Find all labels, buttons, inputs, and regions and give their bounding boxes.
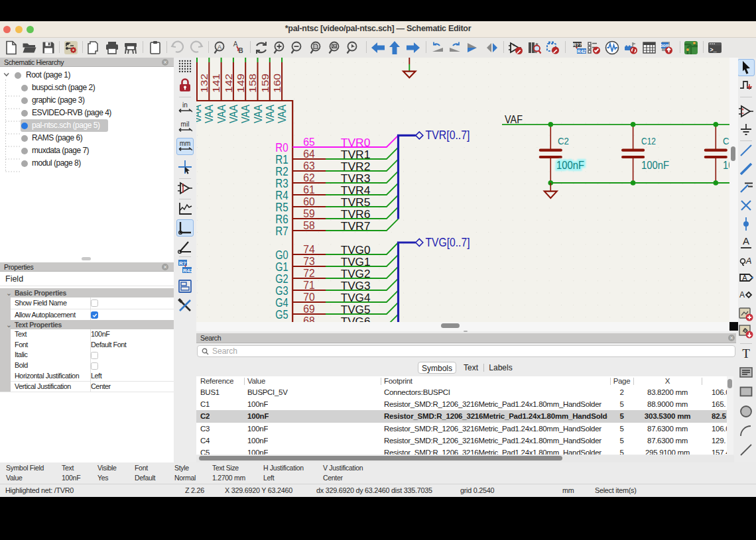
svg-text:142: 142: [223, 74, 234, 93]
svg-text:VAA: VAA: [216, 105, 227, 123]
svg-text:TVR2: TVR2: [341, 160, 371, 173]
svg-text:R1: R1: [275, 153, 288, 166]
svg-text:TVR1: TVR1: [341, 148, 371, 161]
svg-text:R5: R5: [275, 201, 288, 214]
svg-text:TVG1: TVG1: [341, 256, 371, 268]
svg-text:71: 71: [303, 279, 315, 292]
svg-text:C12: C12: [641, 135, 656, 146]
svg-text:mm: mm: [180, 140, 191, 147]
svg-text:64: 64: [303, 148, 315, 160]
svg-text:A: A: [745, 256, 752, 266]
svg-text:VAA: VAA: [264, 105, 276, 123]
svg-text:R4: R4: [275, 189, 288, 202]
svg-text:TVG0: TVG0: [341, 244, 371, 256]
svg-text:in: in: [182, 101, 188, 109]
svg-text:149: 149: [235, 74, 246, 93]
svg-text:C1: C1: [723, 135, 729, 146]
svg-text:62: 62: [303, 172, 315, 184]
svg-text:TVR4: TVR4: [341, 184, 371, 197]
svg-text:mil: mil: [181, 121, 190, 128]
svg-text:VAA: VAA: [239, 105, 251, 123]
svg-text:63: 63: [303, 160, 315, 172]
svg-text:TVR0: TVR0: [341, 136, 371, 149]
svg-text:141: 141: [210, 74, 221, 93]
svg-text:159: 159: [259, 74, 271, 93]
svg-text:100nF: 100nF: [641, 160, 669, 171]
svg-text:R42: R42: [577, 49, 586, 54]
svg-text:VAF: VAF: [505, 113, 523, 126]
svg-text:160: 160: [271, 74, 283, 93]
svg-text:VAA: VAA: [196, 105, 203, 123]
svg-text:TVR5: TVR5: [341, 196, 371, 209]
svg-text:132: 132: [198, 74, 210, 93]
svg-text:B: B: [238, 47, 243, 54]
svg-text:R0: R0: [275, 141, 288, 154]
svg-text:TVG5: TVG5: [341, 303, 371, 316]
svg-text:G0: G0: [275, 248, 288, 262]
svg-text:A: A: [218, 44, 221, 50]
svg-text:TVG6: TVG6: [341, 315, 371, 322]
svg-text:65: 65: [303, 136, 315, 148]
svg-text:G3: G3: [275, 284, 288, 297]
svg-text:61: 61: [303, 184, 315, 196]
svg-text:A: A: [743, 235, 749, 246]
svg-text:100nF: 100nF: [556, 160, 584, 171]
svg-text:TVG3: TVG3: [341, 280, 371, 292]
svg-text:VAA: VAA: [252, 105, 264, 123]
svg-text:R6: R6: [275, 213, 288, 226]
svg-text:T: T: [742, 347, 750, 360]
svg-text:R2: R2: [275, 165, 288, 178]
svg-text:TVG[0..7]: TVG[0..7]: [426, 236, 470, 249]
svg-text:TVR3: TVR3: [341, 172, 371, 185]
svg-text:73: 73: [303, 255, 315, 268]
svg-text:TVG2: TVG2: [341, 268, 371, 280]
svg-text:G4: G4: [275, 296, 288, 309]
svg-text:>_: >_: [710, 47, 718, 54]
svg-text:G2: G2: [275, 272, 288, 286]
svg-text:R3: R3: [275, 177, 288, 190]
svg-text:R7: R7: [275, 225, 288, 238]
svg-text:58: 58: [303, 219, 315, 232]
svg-text:R42: R42: [183, 268, 192, 274]
svg-text:VAA: VAA: [276, 105, 288, 123]
svg-text:VAA: VAA: [203, 105, 215, 123]
svg-text:A: A: [739, 290, 745, 299]
svg-text:59: 59: [303, 207, 315, 220]
svg-text:158: 158: [247, 74, 258, 93]
svg-text:TVG4: TVG4: [341, 292, 371, 304]
svg-text:G5: G5: [275, 308, 288, 321]
svg-text:100nF: 100nF: [723, 160, 729, 171]
svg-text:72: 72: [303, 267, 315, 280]
svg-text:74: 74: [303, 243, 315, 256]
svg-text:+: +: [513, 43, 515, 48]
svg-text:G1: G1: [275, 260, 288, 274]
svg-text:60: 60: [303, 195, 315, 208]
svg-text:+: +: [182, 184, 184, 188]
svg-text:TVR7: TVR7: [341, 220, 371, 233]
svg-text:A: A: [742, 274, 747, 282]
svg-text:70: 70: [303, 291, 315, 303]
svg-text:69: 69: [303, 303, 315, 315]
svg-text:68: 68: [303, 315, 315, 322]
svg-text:R??: R??: [572, 42, 582, 47]
svg-text:TVR[0..7]: TVR[0..7]: [426, 129, 470, 142]
svg-text:R??: R??: [179, 260, 190, 266]
svg-text:C2: C2: [558, 135, 569, 146]
svg-text:VAA: VAA: [227, 105, 239, 123]
svg-text:TVR6: TVR6: [341, 208, 371, 221]
